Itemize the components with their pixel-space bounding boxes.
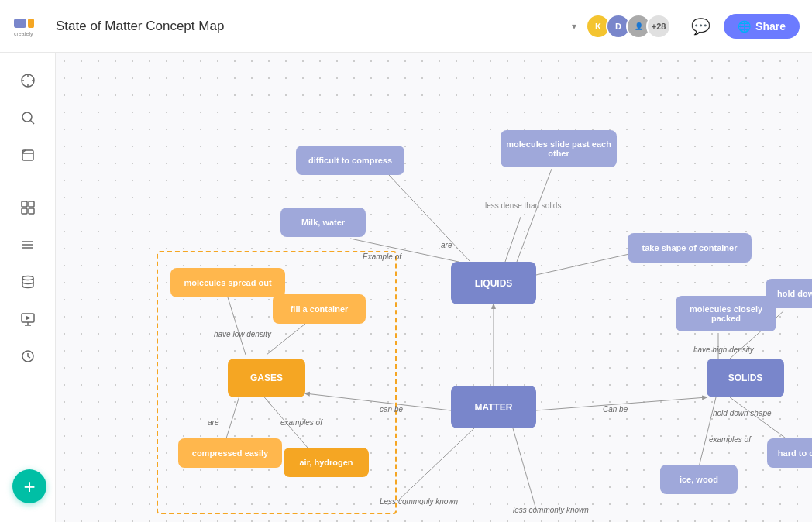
edge-label-example-of: Example of bbox=[363, 252, 401, 261]
svg-point-18 bbox=[22, 276, 33, 280]
node-matter[interactable]: MATTER bbox=[451, 386, 536, 428]
sidebar-item-shapes[interactable] bbox=[12, 192, 43, 223]
svg-line-9 bbox=[30, 121, 34, 125]
node-take-shape[interactable]: take shape of container bbox=[628, 233, 752, 263]
node-fill-container[interactable]: fill a container bbox=[273, 294, 366, 324]
node-gases[interactable]: GASES bbox=[228, 359, 305, 397]
edge-label-examples-of-2: examples of bbox=[709, 435, 751, 444]
node-molecules-spread[interactable]: molecules spread out bbox=[170, 268, 285, 297]
svg-line-41 bbox=[513, 428, 536, 510]
edge-label-can-be-right: Can be bbox=[603, 405, 628, 414]
edge-label-can-be-left: can be bbox=[380, 405, 403, 414]
title-dropdown-arrow[interactable]: ▾ bbox=[572, 21, 576, 32]
sidebar-item-history[interactable] bbox=[12, 341, 43, 372]
sidebar-item-navigate[interactable] bbox=[12, 65, 43, 96]
svg-line-38 bbox=[730, 397, 788, 440]
share-button[interactable]: 🌐 Share bbox=[724, 14, 800, 39]
edge-label-less-dense: less dense than solids bbox=[485, 201, 561, 210]
edge-label-less-commonly-2: less commonly known bbox=[513, 506, 589, 514]
sidebar-item-search[interactable] bbox=[12, 102, 43, 133]
edge-label-less-commonly-1: Less commonly known bbox=[380, 497, 458, 506]
sidebar-item-layers[interactable] bbox=[12, 229, 43, 260]
svg-text:creately: creately bbox=[14, 31, 33, 37]
svg-rect-1 bbox=[28, 19, 34, 28]
svg-marker-22 bbox=[26, 316, 31, 320]
collaborators-avatars: K D 👤 +28 bbox=[586, 14, 671, 39]
sidebar bbox=[0, 53, 56, 522]
node-milk-water[interactable]: Milk, water bbox=[280, 208, 366, 237]
svg-rect-11 bbox=[22, 201, 27, 207]
svg-line-31 bbox=[536, 254, 629, 275]
svg-line-30 bbox=[505, 217, 521, 262]
sidebar-item-files[interactable] bbox=[12, 139, 43, 170]
header: creately State of Matter Concept Map ▾ K… bbox=[0, 0, 812, 53]
node-molecules-slide[interactable]: molecules slide past each other bbox=[501, 130, 617, 167]
avatar-overflow-count: +28 bbox=[646, 14, 671, 39]
chat-button[interactable]: 💬 bbox=[686, 12, 714, 40]
edge-label-high-density: have high density bbox=[693, 345, 754, 354]
node-air-hydrogen[interactable]: air, hydrogen bbox=[284, 448, 369, 477]
svg-rect-13 bbox=[22, 208, 27, 214]
node-molecules-closely[interactable]: molecules closely packed bbox=[676, 296, 776, 331]
node-hold-shape-1[interactable]: hold down shape bbox=[766, 279, 812, 308]
node-liquids[interactable]: LIQUIDS bbox=[451, 262, 536, 304]
svg-line-27 bbox=[389, 175, 470, 262]
edge-label-are-1: are bbox=[441, 241, 452, 249]
svg-line-29 bbox=[517, 169, 552, 262]
concept-map-canvas[interactable]: MATTER LIQUIDS GASES SOLIDS difficult to… bbox=[56, 53, 812, 522]
sidebar-item-present[interactable] bbox=[12, 304, 43, 335]
edge-label-examples-of-1: examples of bbox=[280, 418, 322, 427]
svg-line-40 bbox=[397, 428, 474, 502]
edge-label-low-density: have low density bbox=[214, 330, 271, 338]
edge-label-are-2: are bbox=[208, 418, 218, 427]
svg-rect-0 bbox=[14, 19, 26, 28]
node-difficult-compress[interactable]: difficult to compress bbox=[296, 146, 404, 175]
sidebar-item-data[interactable] bbox=[12, 266, 43, 297]
svg-rect-12 bbox=[29, 201, 34, 207]
share-label: Share bbox=[755, 20, 786, 33]
node-hard-compress[interactable]: hard to compress bbox=[767, 438, 812, 468]
add-element-button[interactable]: + bbox=[12, 469, 46, 503]
document-title: State of Matter Concept Map bbox=[56, 19, 559, 34]
share-globe-icon: 🌐 bbox=[738, 20, 751, 33]
svg-line-39 bbox=[699, 397, 716, 467]
node-ice-wood[interactable]: ice, wood bbox=[660, 465, 738, 494]
svg-rect-14 bbox=[29, 208, 34, 214]
creately-logo: creately bbox=[12, 12, 46, 40]
svg-point-8 bbox=[22, 112, 32, 122]
node-solids[interactable]: SOLIDS bbox=[707, 359, 784, 397]
edge-label-hold-down-shape: hold down shape bbox=[713, 409, 772, 417]
node-compressed-easily[interactable]: compressed easily bbox=[178, 438, 282, 468]
